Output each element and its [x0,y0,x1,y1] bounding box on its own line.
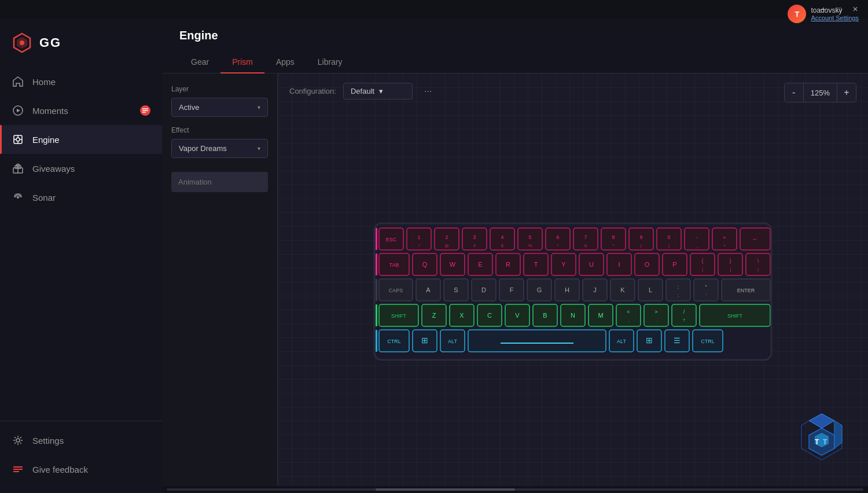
sidebar-item-home-label: Home [32,77,56,87]
svg-text:*: * [612,243,614,248]
svg-text:{: { [701,258,703,264]
sidebar-item-moments[interactable]: Moments [0,96,162,125]
svg-rect-92 [746,253,770,275]
sidebar-bottom: Settings Give feedback [0,421,162,484]
keyboard-container: ESC 1 ! 2 @ 3 # 4 $ [373,222,773,361]
svg-rect-170 [376,304,377,326]
svg-rect-145 [672,304,696,326]
settings-icon [12,434,24,447]
effect-value: Vapor Dreams [179,144,227,153]
home-icon [12,75,24,88]
svg-text:5: 5 [528,234,531,240]
svg-rect-142 [644,304,668,326]
tab-apps[interactable]: Apps [264,51,306,73]
svg-text:ALT: ALT [448,339,457,344]
svg-text:C: C [487,312,492,319]
svg-point-2 [20,41,24,45]
svg-text:2: 2 [445,234,448,240]
sidebar-item-engine-label: Engine [32,135,60,145]
animation-button[interactable]: Animation [171,172,268,192]
svg-text:O: O [645,261,650,268]
svg-rect-139 [616,304,641,326]
effect-label: Effect [171,126,268,134]
config-select[interactable]: Default ▾ [343,83,413,100]
svg-text:": " [705,284,707,290]
svg-text:@: @ [444,243,449,248]
svg-text:#: # [473,243,476,248]
svg-text:&: & [584,243,587,248]
zoom-in-button[interactable]: + [837,83,856,102]
svg-text:_: _ [695,243,698,248]
svg-text:?: ? [683,318,686,323]
sidebar-item-giveaways[interactable]: Giveaways [0,154,162,183]
keyboard-svg: ESC 1 ! 2 @ 3 # 4 $ [373,222,773,361]
layer-label: Layer [171,85,268,93]
svg-text:I: I [618,261,620,268]
svg-rect-171 [376,330,377,352]
svg-text:M: M [598,312,603,319]
svg-text:H: H [565,286,569,293]
svg-text:CTRL: CTRL [701,339,715,344]
sidebar-item-home[interactable]: Home [0,67,162,96]
svg-text:9: 9 [639,234,642,240]
svg-text:,: , [628,318,629,323]
sonar-icon [12,191,24,204]
svg-text:ENTER: ENTER [737,288,755,293]
svg-text:>: > [654,309,657,315]
svg-text:(: ( [641,243,642,248]
svg-text:D: D [481,286,486,293]
svg-rect-156 [468,330,606,352]
config-more-button[interactable]: ··· [420,84,436,99]
content-main: Layer Active ▾ Effect Vapor Dreams ▾ Ani… [162,73,868,486]
moments-icon [12,104,24,117]
svg-text:7: 7 [584,234,587,240]
feedback-icon [12,463,24,476]
svg-text:K: K [620,286,625,293]
svg-text:CAPS: CAPS [389,288,403,293]
tab-prism[interactable]: Prism [220,51,264,73]
svg-text:F: F [510,286,514,293]
layer-dropdown-arrow: ▾ [258,104,260,111]
svg-text:S: S [454,286,458,293]
svg-rect-86 [690,253,715,275]
content-header: Engine T toadovsky Account Settings Gear… [162,19,868,73]
content-tabs: Gear Prism Apps Library [179,51,851,73]
svg-text:1: 1 [417,234,420,240]
scrollbar-track [167,488,863,491]
config-value: Default [351,87,374,95]
svg-marker-175 [834,421,842,448]
svg-text:+: + [723,243,726,248]
tab-library[interactable]: Library [306,51,354,73]
account-settings-link[interactable]: Account Settings [811,19,859,21]
horizontal-scrollbar[interactable] [162,486,868,493]
layer-select[interactable]: Active ▾ [171,98,268,117]
svg-point-18 [17,196,19,198]
svg-text:3: 3 [473,234,476,240]
effect-dropdown-arrow: ▾ [258,145,260,152]
svg-rect-89 [718,253,742,275]
svg-text:B: B [543,312,547,319]
sidebar-item-settings[interactable]: Settings [0,426,162,455]
tab-gear[interactable]: Gear [179,51,220,73]
svg-text:): ) [668,243,670,248]
svg-marker-174 [809,414,834,428]
sidebar-item-feedback[interactable]: Give feedback [0,455,162,484]
svg-text:=: = [723,234,726,240]
config-dropdown-arrow: ▾ [379,87,383,95]
svg-text:←: ← [752,236,759,242]
scrollbar-thumb[interactable] [376,488,515,491]
sidebar-item-engine[interactable]: Engine [0,125,162,154]
content-area: Engine T toadovsky Account Settings Gear… [162,19,868,493]
svg-text:$: $ [501,243,504,248]
svg-text:<: < [627,309,630,315]
effect-select[interactable]: Vapor Dreams ▾ [171,139,268,158]
sidebar-item-sonar[interactable]: Sonar [0,183,162,212]
user-account: T toadovsky Account Settings [778,19,868,28]
sidebar-logo-text: GG [39,35,61,50]
svg-text:J: J [593,286,597,293]
svg-text:E: E [478,261,482,268]
svg-point-9 [16,138,20,141]
zoom-out-button[interactable]: - [785,83,803,102]
svg-text:Z: Z [432,312,436,319]
svg-text:CTRL: CTRL [387,339,401,344]
